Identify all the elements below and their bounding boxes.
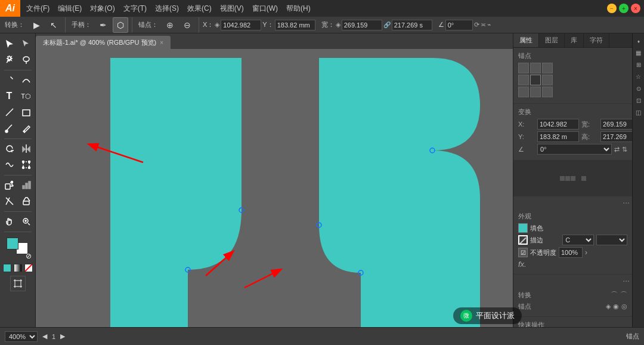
strip-icon-5[interactable]: ⊙ [633,83,644,94]
nav-next[interactable]: ▶ [60,332,65,340]
anchor-bc[interactable] [530,87,541,97]
paint-brush-tool[interactable] [2,121,17,136]
curve-icon1[interactable]: ⌒ [611,290,618,300]
strip-icon-2[interactable]: ▦ [633,47,644,58]
menu-text[interactable]: 文字(T) [120,0,150,17]
fill-color-swatch[interactable] [518,223,528,233]
symbol-sprayer-tool[interactable] [2,177,17,193]
anchor-delete-tb[interactable]: ⊖ [179,17,195,33]
h-panel-input[interactable] [600,131,632,142]
close-button[interactable]: × [631,4,640,13]
flip-v-icon[interactable]: ⇅ [622,146,627,153]
anchor-icon2[interactable]: ◉ [613,303,619,310]
menu-object[interactable]: 对象(O) [86,0,118,17]
warp-tool[interactable] [2,157,17,172]
panel-tab-library[interactable]: 库 [565,33,584,47]
strip-icon-6[interactable]: ⊡ [633,95,644,106]
anchor-icon3[interactable]: ◎ [621,303,627,310]
pen-tool[interactable] [2,72,17,88]
opacity-checkbox[interactable]: ☑ [518,248,528,257]
menu-help[interactable]: 帮助(H) [283,0,314,17]
minimize-button[interactable]: − [607,4,617,13]
lasso-tool[interactable] [18,52,34,67]
opacity-expand-icon[interactable]: › [585,248,587,257]
artboard-btn[interactable] [10,276,26,291]
strip-icon-1[interactable]: ⬧ [633,35,644,46]
pencil-tool[interactable] [18,121,34,136]
magic-wand-tool[interactable] [2,52,17,67]
anchor-tr[interactable] [542,63,553,73]
selection-tool[interactable] [2,36,17,51]
menu-effect[interactable]: 效果(C) [184,0,215,17]
menu-window[interactable]: 窗口(W) [249,0,281,17]
hand-tool[interactable] [2,214,17,229]
slice-tool[interactable] [2,193,17,209]
pen-tool-tb[interactable]: ✒ [95,17,111,33]
curve-icon2[interactable]: ⌒ [620,290,627,300]
reflect-tool[interactable] [18,141,34,156]
menu-edit[interactable]: 编辑(E) [54,0,85,17]
qr-placeholder [560,176,586,181]
column-graph-tool[interactable] [18,177,34,193]
canvas-area[interactable] [36,49,525,327]
color-mode-btn[interactable] [3,264,11,272]
direct-select-tb[interactable]: ↖ [46,17,61,33]
opacity-input[interactable] [559,247,583,258]
zoom-select[interactable]: 400% 100%200%300% [5,331,38,342]
stroke-select[interactable]: C [562,235,593,245]
angle-panel-select[interactable]: 0°90°180°270° [537,144,612,155]
strip-icon-4[interactable]: ☆ [633,71,644,82]
anchor-bl[interactable] [518,87,529,97]
w-panel-input[interactable] [600,119,632,130]
anchor-mr[interactable] [542,75,553,85]
area-type-tool[interactable]: T⬡ [18,88,34,104]
menu-file[interactable]: 文件(F) [23,0,53,17]
panel-tab-character[interactable]: 字符 [584,33,609,47]
y-input[interactable] [275,20,315,30]
flip-h-icon[interactable]: ⇄ [614,146,620,153]
anchor-add-tb[interactable]: ⊕ [162,17,178,33]
anchor-mc[interactable] [530,75,541,85]
x-input[interactable] [221,20,261,30]
rotate-tool[interactable] [2,141,17,156]
free-transform-tool[interactable] [18,157,34,172]
h-input[interactable] [392,20,432,30]
none-mode-btn[interactable] [24,264,33,272]
x-panel-input[interactable] [537,119,579,130]
strip-icon-3[interactable]: ⊞ [633,59,644,70]
anchor-tc[interactable] [530,63,541,73]
zoom-tool[interactable] [18,214,34,229]
stroke-color-indicator[interactable] [518,235,528,245]
curvature-tool[interactable] [18,72,34,88]
stroke-select2[interactable] [596,235,627,245]
strip-icon-7[interactable]: ◫ [633,107,644,118]
angle-input[interactable] [445,20,473,30]
y-panel-input[interactable] [537,131,579,142]
direct-select-tool[interactable] [18,36,34,51]
rect-tool[interactable] [18,104,34,120]
none-swatch[interactable]: ⊘ [26,252,32,260]
menu-view[interactable]: 视图(V) [216,0,247,17]
line-tool[interactable] [2,104,17,120]
document-tab[interactable]: 未标题-1.ai* @ 400% (RGB/GPU 预览) × [36,36,171,49]
more-options-icon[interactable]: ··· [623,198,630,207]
anchor-br[interactable] [542,87,553,97]
gradient-mode-btn[interactable] [14,264,22,272]
eraser-tool[interactable] [18,193,34,209]
panel-tab-properties[interactable]: 属性 [513,33,539,47]
anchor-convert-tb[interactable]: ⬡ [113,17,128,33]
fill-swatch[interactable] [7,238,18,249]
selection-tool-tb[interactable]: ▶ [29,17,44,33]
w-input[interactable] [342,20,382,30]
menu-select[interactable]: 选择(S) [151,0,182,17]
nav-prev[interactable]: ◀ [42,332,47,340]
appearance-more-icon[interactable]: ··· [623,276,630,285]
type-tool[interactable]: T [2,88,17,104]
maximize-button[interactable]: + [619,4,628,13]
anchor-ml[interactable] [518,75,529,85]
tab-close-button[interactable]: × [160,39,163,46]
wechat-icon: 微 [460,310,472,322]
anchor-icon1[interactable]: ◈ [606,303,611,310]
panel-tab-layers[interactable]: 图层 [539,33,565,47]
anchor-tl[interactable] [518,63,529,73]
